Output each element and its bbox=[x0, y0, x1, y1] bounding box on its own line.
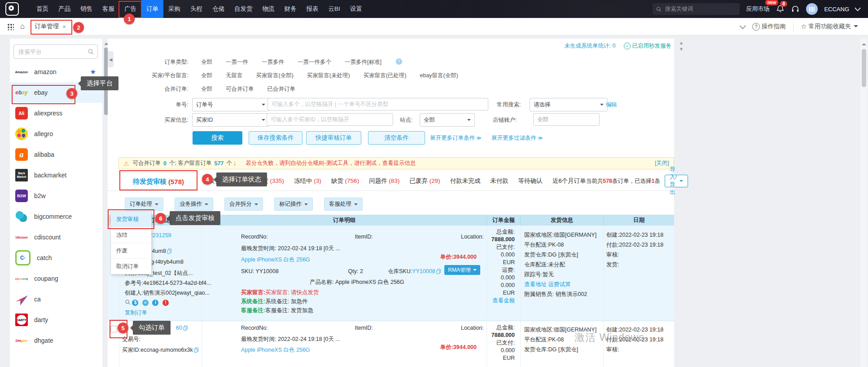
filter-option[interactable]: 一票一件 bbox=[226, 58, 248, 66]
nav-item-settings[interactable]: 设置 bbox=[345, 0, 367, 18]
close-tab-icon[interactable]: × bbox=[62, 23, 66, 30]
tab-last-6-months[interactable]: 近6个月订单 bbox=[552, 177, 586, 185]
business-ops-dropdown[interactable]: 业务操作 bbox=[175, 198, 213, 211]
page-scrollbar[interactable] bbox=[860, 39, 867, 367]
tab-out-of-stock[interactable]: 缺货 (756) bbox=[331, 177, 359, 185]
tab-payment-incomplete[interactable]: 付款未完成 bbox=[450, 177, 481, 185]
quick-search-select[interactable]: 请选择 bbox=[530, 98, 608, 111]
nav-item-orders[interactable]: 订单 bbox=[141, 0, 163, 18]
order-no-input[interactable] bbox=[267, 98, 488, 111]
nav-item-self-delivery[interactable]: 自发货 bbox=[229, 0, 258, 18]
filter-option[interactable]: 可合并订单 bbox=[226, 85, 254, 93]
order-no-link[interactable]: 60 bbox=[176, 325, 182, 331]
mark-ops-dropdown[interactable]: 标记操作 bbox=[274, 198, 313, 211]
copy-icon[interactable] bbox=[436, 269, 441, 274]
sidebar-item-darty[interactable]: darty bbox=[10, 310, 102, 330]
tab-awaiting-confirm[interactable]: 等待确认 bbox=[518, 177, 543, 185]
filter-option[interactable]: 全部 bbox=[201, 85, 212, 93]
menu-item-ship-audit[interactable]: 发货审核 bbox=[111, 212, 151, 227]
alert-icon[interactable]: ! bbox=[162, 300, 169, 306]
panel-scroll-arrows[interactable]: ▲▼ bbox=[678, 40, 685, 52]
site-select[interactable]: 全部 bbox=[420, 113, 475, 127]
menu-item-void[interactable]: 作废 bbox=[111, 243, 151, 259]
tabs-expand-chevron-icon[interactable] bbox=[740, 22, 746, 29]
nav-item-first-leg[interactable]: 头程 bbox=[185, 0, 207, 18]
product-link[interactable]: Apple iPhoneXS 白色 256G bbox=[241, 346, 310, 354]
close-alert-link[interactable]: [关闭] bbox=[655, 159, 669, 167]
buyer-type-select[interactable]: 买家ID bbox=[192, 113, 269, 127]
filter-option[interactable]: 全部 bbox=[201, 58, 212, 66]
sidebar-item-backmarket[interactable]: backmarket bbox=[10, 165, 102, 186]
sidebar-item-alibaba[interactable]: alibaba bbox=[10, 144, 102, 165]
user-menu-chevron-icon[interactable] bbox=[855, 5, 861, 11]
nav-item-home[interactable]: 首页 bbox=[31, 0, 53, 18]
nav-item-cloud-bi[interactable]: 云BI bbox=[324, 0, 345, 18]
more-filter-conditions-link[interactable]: 展开更多过滤条件 bbox=[491, 134, 543, 142]
sidebar-item-ca[interactable]: ca bbox=[10, 289, 102, 310]
nav-item-reports[interactable]: 报表 bbox=[302, 0, 324, 18]
tab-pending-audit[interactable]: 待发货审核 (578) bbox=[120, 172, 197, 190]
filter-option[interactable]: 已合并订单 bbox=[267, 85, 296, 93]
operation-guide-link[interactable]: ? 操作指南 bbox=[752, 22, 786, 31]
sidebar-item-allegro[interactable]: allegro bbox=[10, 124, 102, 144]
product-link[interactable]: Apple iPhoneXS 白色 256G bbox=[241, 256, 310, 264]
sidebar-item-cdiscount[interactable]: cdiscount bbox=[10, 227, 102, 248]
tab-unpaid[interactable]: 未付款 bbox=[490, 177, 509, 185]
sidebar-item-dhgate[interactable]: dhgate bbox=[10, 330, 102, 351]
tab-discarded[interactable]: 已废弃 (29) bbox=[409, 177, 440, 185]
clear-conditions-button[interactable]: 清空条件 bbox=[368, 131, 425, 145]
app-market-link[interactable]: 应用市场 new bbox=[746, 5, 769, 13]
filter-option[interactable]: 一票多件[标准] bbox=[345, 58, 381, 66]
filter-option[interactable]: 买家留言(全部) bbox=[256, 72, 294, 80]
filter-option[interactable]: 一票一件多个 bbox=[298, 58, 331, 66]
uncreated-order-stat[interactable]: 未生成系统单统计: 0 bbox=[565, 42, 616, 50]
help-icon[interactable]: ? bbox=[396, 58, 402, 65]
tab-order-management[interactable]: 订单管理 × bbox=[32, 20, 69, 33]
mergeable-count[interactable]: 0 bbox=[163, 160, 167, 167]
buyer-id-input[interactable] bbox=[267, 113, 393, 126]
search-button[interactable]: 搜索 bbox=[193, 131, 242, 145]
edit-quick-search-link[interactable]: 编辑 bbox=[606, 101, 617, 109]
menu-item-freeze[interactable]: 冻结 bbox=[111, 227, 151, 243]
merge-split-dropdown[interactable]: 合并拆分 bbox=[224, 198, 263, 211]
notifications-button[interactable]: 8 bbox=[776, 4, 785, 13]
view-detail-icon[interactable] bbox=[125, 299, 131, 305]
global-search-input[interactable] bbox=[664, 5, 736, 13]
sidebar-item-aliexpress[interactable]: aliexpress bbox=[10, 103, 102, 124]
home-icon[interactable]: ⌂ bbox=[20, 22, 25, 31]
favorites-menu[interactable]: ☆ 常用功能收藏夹 bbox=[801, 22, 858, 31]
filter-option[interactable]: 买家留言(已处理) bbox=[364, 72, 407, 80]
sidebar-item-coupang[interactable]: coupang bbox=[10, 268, 102, 289]
sidebar-item-catch[interactable]: catch bbox=[10, 248, 102, 268]
sidebar-item-bigcommerce[interactable]: bigcommerce bbox=[10, 206, 102, 227]
filter-option[interactable]: ebay留言(全部) bbox=[420, 72, 458, 80]
menu-item-cancel-order[interactable]: 取消订单 bbox=[111, 259, 151, 274]
more-order-conditions-link[interactable]: 展开更多订单条件 bbox=[430, 134, 482, 142]
message-order-count[interactable]: 577 bbox=[214, 160, 224, 167]
note-icon[interactable]: ≡ bbox=[142, 300, 149, 306]
user-avatar[interactable] bbox=[806, 3, 818, 15]
nav-item-logistics[interactable]: 物流 bbox=[258, 0, 280, 18]
platform-search-input[interactable] bbox=[18, 48, 88, 56]
payment-icon[interactable]: $ bbox=[132, 300, 138, 306]
filter-option[interactable]: 一票多件 bbox=[262, 58, 284, 66]
apps-grid-icon[interactable] bbox=[7, 23, 14, 30]
support-button[interactable] bbox=[791, 4, 800, 13]
rma-manage-button[interactable]: RMA管理 bbox=[444, 265, 480, 275]
copy-icon[interactable] bbox=[183, 325, 188, 331]
nav-item-product[interactable]: 产品 bbox=[53, 0, 75, 18]
nav-item-warehouse[interactable]: 仓储 bbox=[207, 0, 229, 18]
copy-icon[interactable] bbox=[167, 248, 172, 254]
warehouse-sku-link[interactable]: YY10008 bbox=[412, 268, 435, 274]
platform-search[interactable] bbox=[13, 44, 98, 59]
shop-account-input[interactable] bbox=[533, 113, 600, 126]
row-checkbox[interactable] bbox=[110, 326, 117, 332]
fast-ship-service-badge[interactable]: ✓ 已启用秒发服务 bbox=[624, 42, 672, 50]
copy-order-link[interactable]: 复制订单 bbox=[125, 310, 147, 316]
nav-item-purchase[interactable]: 采购 bbox=[163, 0, 185, 18]
filter-option[interactable]: 全部 bbox=[201, 72, 212, 80]
global-search[interactable] bbox=[653, 3, 740, 15]
freight-estimate-link[interactable]: 运费试算 bbox=[548, 281, 570, 287]
filter-option[interactable]: 无留言 bbox=[226, 72, 243, 80]
nav-item-customer-service[interactable]: 客服 bbox=[97, 0, 119, 18]
